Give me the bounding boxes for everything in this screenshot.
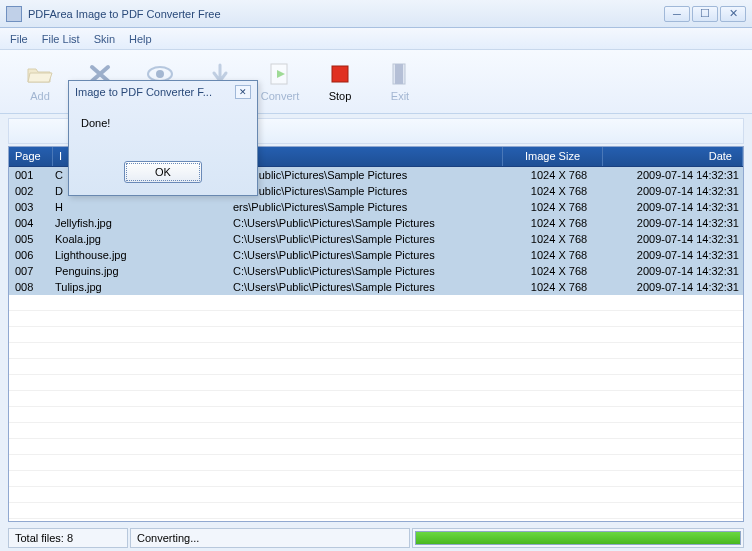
file-table: Page I Image Size Date 001Cers\Public\Pi… — [8, 146, 744, 522]
folder-open-icon — [26, 62, 54, 86]
dialog-title-text: Image to PDF Converter F... — [75, 86, 235, 98]
cell-size: 1024 X 768 — [509, 169, 609, 181]
ok-button[interactable]: OK — [124, 161, 202, 183]
cell-page: 007 — [9, 265, 53, 277]
status-converting: Converting... — [130, 528, 410, 548]
cell-date: 2009-07-14 14:32:31 — [609, 185, 743, 197]
convert-button[interactable]: Convert — [250, 53, 310, 111]
app-icon — [6, 6, 22, 22]
cell-path: C:\Users\Public\Pictures\Sample Pictures — [233, 281, 509, 293]
table-row[interactable]: 007Penguins.jpgC:\Users\Public\Pictures\… — [9, 263, 743, 279]
cell-page: 004 — [9, 217, 53, 229]
table-row[interactable]: 006Lighthouse.jpgC:\Users\Public\Picture… — [9, 247, 743, 263]
stop-label: Stop — [329, 90, 352, 102]
cell-path: C:\Users\Public\Pictures\Sample Pictures — [233, 217, 509, 229]
cell-name: Lighthouse.jpg — [53, 249, 233, 261]
minimize-button[interactable]: ─ — [664, 6, 690, 22]
add-label: Add — [30, 90, 50, 102]
cell-date: 2009-07-14 14:32:31 — [609, 217, 743, 229]
cell-date: 2009-07-14 14:32:31 — [609, 169, 743, 181]
add-button[interactable]: Add — [10, 53, 70, 111]
stop-icon — [326, 62, 354, 86]
status-total: Total files: 8 — [8, 528, 128, 548]
cell-path: ers\Public\Pictures\Sample Pictures — [233, 201, 509, 213]
exit-button[interactable]: Exit — [370, 53, 430, 111]
cell-size: 1024 X 768 — [509, 265, 609, 277]
cell-page: 001 — [9, 169, 53, 181]
cell-size: 1024 X 768 — [509, 201, 609, 213]
page-play-icon — [266, 62, 294, 86]
titlebar: PDFArea Image to PDF Converter Free ─ ☐ … — [0, 0, 752, 28]
cell-size: 1024 X 768 — [509, 281, 609, 293]
col-path[interactable] — [233, 147, 503, 166]
menu-filelist[interactable]: File List — [42, 33, 80, 45]
svg-rect-5 — [395, 64, 403, 84]
close-button[interactable]: ✕ — [720, 6, 746, 22]
table-row[interactable]: 008Tulips.jpgC:\Users\Public\Pictures\Sa… — [9, 279, 743, 295]
table-row[interactable]: 004Jellyfish.jpgC:\Users\Public\Pictures… — [9, 215, 743, 231]
maximize-button[interactable]: ☐ — [692, 6, 718, 22]
cell-path: ers\Public\Pictures\Sample Pictures — [233, 169, 509, 181]
title-text: PDFArea Image to PDF Converter Free — [28, 8, 662, 20]
dialog-close-button[interactable]: ✕ — [235, 85, 251, 99]
cell-date: 2009-07-14 14:32:31 — [609, 201, 743, 213]
cell-name: Tulips.jpg — [53, 281, 233, 293]
cell-page: 008 — [9, 281, 53, 293]
menu-help[interactable]: Help — [129, 33, 152, 45]
cell-page: 006 — [9, 249, 53, 261]
cell-name: H — [53, 201, 233, 213]
table-body[interactable]: 001Cers\Public\Pictures\Sample Pictures1… — [9, 167, 743, 521]
door-exit-icon — [386, 62, 414, 86]
statusbar: Total files: 8 Converting... — [8, 528, 744, 548]
status-progress — [412, 528, 744, 548]
svg-point-1 — [156, 70, 164, 78]
cell-name: Jellyfish.jpg — [53, 217, 233, 229]
cell-date: 2009-07-14 14:32:31 — [609, 249, 743, 261]
menubar: File File List Skin Help — [0, 28, 752, 50]
cell-size: 1024 X 768 — [509, 185, 609, 197]
cell-date: 2009-07-14 14:32:31 — [609, 281, 743, 293]
cell-path: ers\Public\Pictures\Sample Pictures — [233, 185, 509, 197]
cell-path: C:\Users\Public\Pictures\Sample Pictures — [233, 265, 509, 277]
cell-path: C:\Users\Public\Pictures\Sample Pictures — [233, 233, 509, 245]
progress-bar — [415, 531, 741, 545]
cell-date: 2009-07-14 14:32:31 — [609, 265, 743, 277]
col-size[interactable]: Image Size — [503, 147, 603, 166]
cell-page: 003 — [9, 201, 53, 213]
dialog-message: Done! — [81, 117, 245, 129]
cell-path: C:\Users\Public\Pictures\Sample Pictures — [233, 249, 509, 261]
stop-button[interactable]: Stop — [310, 53, 370, 111]
svg-rect-3 — [332, 66, 348, 82]
cell-page: 005 — [9, 233, 53, 245]
col-page[interactable]: Page — [9, 147, 53, 166]
table-row[interactable]: 003Hers\Public\Pictures\Sample Pictures1… — [9, 199, 743, 215]
dialog-titlebar[interactable]: Image to PDF Converter F... ✕ — [69, 81, 257, 103]
done-dialog: Image to PDF Converter F... ✕ Done! OK — [68, 80, 258, 196]
cell-page: 002 — [9, 185, 53, 197]
cell-size: 1024 X 768 — [509, 249, 609, 261]
cell-size: 1024 X 768 — [509, 217, 609, 229]
menu-skin[interactable]: Skin — [94, 33, 115, 45]
col-date[interactable]: Date — [603, 147, 743, 166]
menu-file[interactable]: File — [10, 33, 28, 45]
table-row[interactable]: 005Koala.jpgC:\Users\Public\Pictures\Sam… — [9, 231, 743, 247]
cell-date: 2009-07-14 14:32:31 — [609, 233, 743, 245]
cell-size: 1024 X 768 — [509, 233, 609, 245]
exit-label: Exit — [391, 90, 409, 102]
convert-label: Convert — [261, 90, 300, 102]
cell-name: Penguins.jpg — [53, 265, 233, 277]
cell-name: Koala.jpg — [53, 233, 233, 245]
